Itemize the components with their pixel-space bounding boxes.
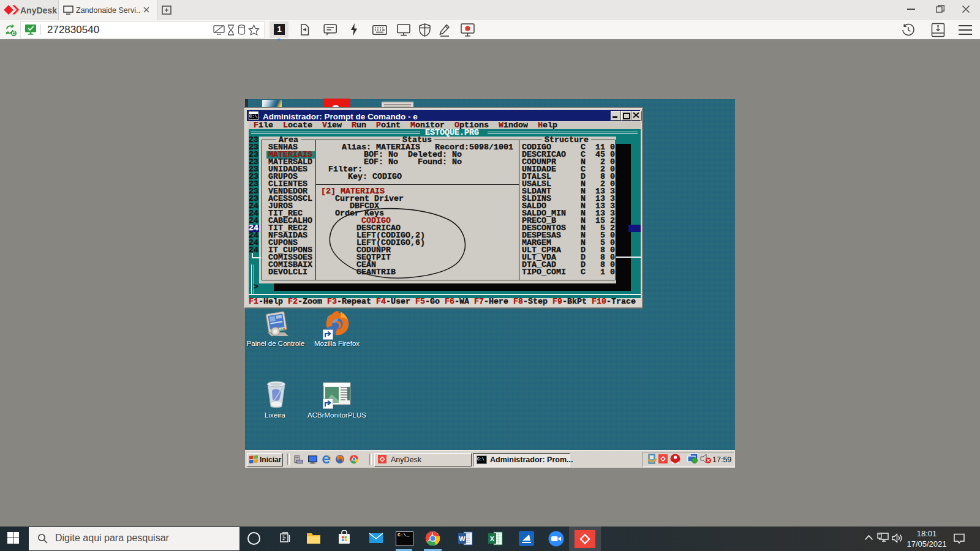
- svg-text:X: X: [490, 535, 495, 542]
- svg-text:W: W: [459, 535, 466, 542]
